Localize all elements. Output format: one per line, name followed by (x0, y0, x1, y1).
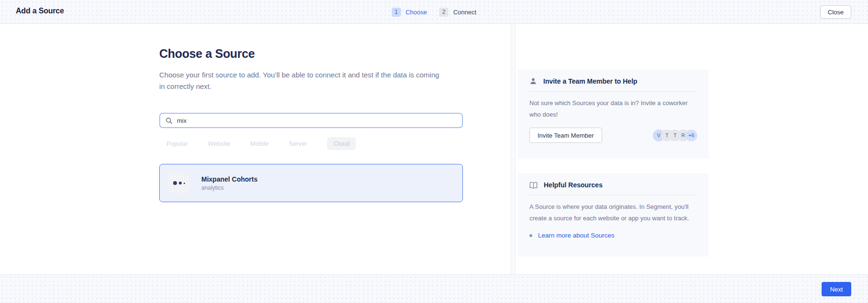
search-box[interactable] (159, 113, 463, 128)
step-2-number: 2 (439, 8, 449, 17)
resources-card-body: A Source is where your data originates. … (529, 201, 697, 224)
step-1-label: Choose (406, 9, 427, 16)
mixpanel-logo-icon (168, 173, 189, 194)
choose-source-panel: Choose a Source Choose your first source… (159, 24, 463, 274)
step-choose[interactable]: 1 Choose (392, 8, 427, 17)
category-tabs: Popular Website Mobile Server Cloud (166, 137, 356, 150)
bullet-icon (529, 234, 532, 237)
avatar-more-count: +6 (685, 130, 697, 141)
tab-mobile[interactable]: Mobile (251, 140, 269, 147)
invite-card-header: Invite a Team Member to Help (529, 69, 697, 92)
invite-card-body: Not sure which Sources your data is in? … (529, 97, 697, 120)
resources-card-header: Helpful Resources (529, 173, 697, 195)
invite-team-member-button[interactable]: Invite Team Member (529, 128, 602, 143)
page-description: Choose your first source to add. You’ll … (159, 69, 446, 92)
resources-card: Helpful Resources A Source is where your… (518, 173, 709, 257)
resources-card-title: Helpful Resources (544, 181, 603, 189)
invite-card-title: Invite a Team Member to Help (543, 77, 637, 85)
search-input[interactable] (177, 117, 457, 124)
resources-link-list: Learn more about Sources (529, 232, 697, 239)
footer: Next (0, 274, 868, 303)
page-title: Add a Source (16, 7, 64, 15)
step-1-number: 1 (392, 8, 401, 17)
vertical-divider (511, 24, 516, 274)
step-2-label: Connect (453, 9, 476, 16)
learn-more-sources-link[interactable]: Learn more about Sources (538, 232, 615, 239)
tab-cloud[interactable]: Cloud (327, 137, 356, 150)
main-content: Choose a Source Choose your first source… (0, 24, 868, 274)
avatar-stack: V T T R +6 (653, 130, 697, 141)
add-source-page: Add a Source 1 Choose 2 Connect Close Ch… (0, 0, 868, 303)
tab-website[interactable]: Website (208, 140, 231, 147)
person-icon (529, 77, 537, 85)
close-button[interactable]: Close (820, 5, 851, 19)
next-button[interactable]: Next (822, 282, 851, 296)
source-card-mixpanel-cohorts[interactable]: Mixpanel Cohorts analytics (159, 164, 463, 202)
tab-popular[interactable]: Popular (166, 140, 188, 147)
search-icon (165, 117, 173, 124)
tab-server[interactable]: Server (289, 140, 307, 147)
list-item: Learn more about Sources (529, 232, 697, 239)
invite-card: Invite a Team Member to Help Not sure wh… (518, 69, 709, 159)
stepper: 1 Choose 2 Connect (392, 0, 476, 24)
page-heading: Choose a Source (159, 47, 255, 61)
source-category: analytics (201, 184, 257, 191)
source-card-text: Mixpanel Cohorts analytics (201, 175, 257, 191)
book-icon (529, 182, 538, 189)
invite-row: Invite Team Member V T T R +6 (529, 128, 697, 143)
header: Add a Source 1 Choose 2 Connect Close (0, 0, 868, 24)
source-name: Mixpanel Cohorts (201, 175, 257, 183)
step-connect[interactable]: 2 Connect (439, 8, 476, 17)
